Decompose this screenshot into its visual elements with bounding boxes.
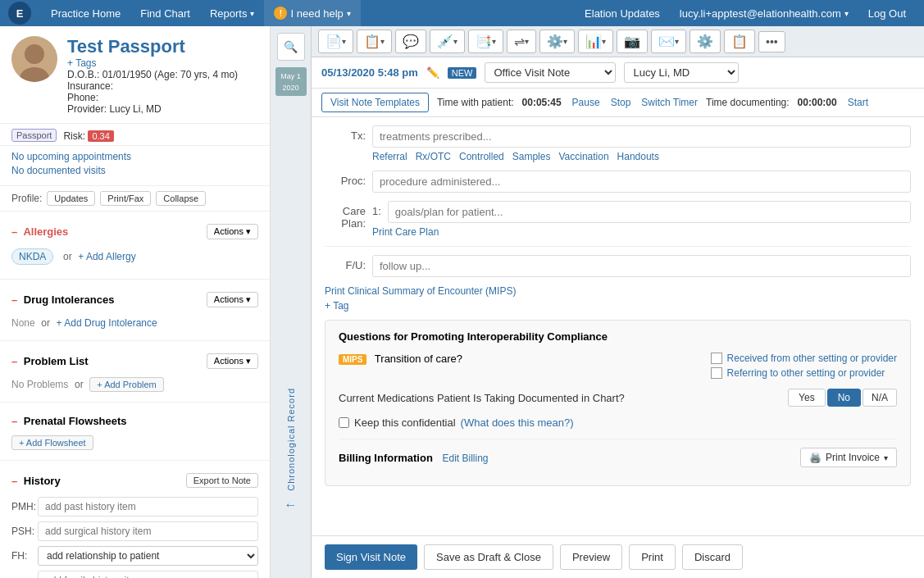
passport-badge[interactable]: Passport	[11, 129, 57, 142]
drug-intolerances-title-row: – Drug Intolerances	[11, 294, 114, 306]
tx-row: Tx: Referral Rx/OTC Controlled Samples V…	[325, 125, 911, 162]
patient-tags-link[interactable]: + Tags	[67, 57, 258, 69]
chronological-record-arrow[interactable]: ←	[284, 498, 298, 512]
drug-intolerances-actions-btn[interactable]: Actions ▾	[207, 292, 258, 307]
patient-name: Test Passport	[67, 36, 258, 57]
confidential-checkbox[interactable]	[339, 417, 349, 428]
toolbar-transfer-btn[interactable]: ⇌▾	[507, 30, 536, 53]
toolbar-more-btn[interactable]: •••	[758, 31, 785, 52]
nav-find-chart[interactable]: Find Chart	[130, 0, 200, 26]
toolbar-chart-btn[interactable]: 📊▾	[578, 30, 613, 53]
tx-input[interactable]	[372, 125, 911, 148]
allergies-actions-btn[interactable]: Actions ▾	[207, 224, 258, 239]
mips-option1[interactable]: Received from other setting or provider	[711, 353, 897, 364]
add-allergy-link[interactable]: + Add Allergy	[78, 251, 135, 262]
time-documenting-label: Time documenting:	[706, 97, 790, 108]
fu-input[interactable]	[372, 255, 911, 277]
switch-timer-btn[interactable]: Switch Timer	[641, 97, 698, 108]
add-flowsheet-btn[interactable]: + Add Flowsheet	[11, 435, 93, 450]
toolbar-message-btn[interactable]: 💬	[395, 30, 426, 53]
history-section: – History Export to Note PMH: PSH:	[0, 461, 270, 578]
toolbar-list-btn[interactable]: 📋	[724, 30, 755, 53]
search-icon-btn[interactable]: 🔍	[277, 33, 305, 61]
toolbar-photo-btn[interactable]: 📷	[617, 30, 648, 53]
handouts-link[interactable]: Handouts	[617, 151, 659, 162]
fh-input[interactable]	[38, 571, 258, 578]
collapse-btn[interactable]: Collapse	[156, 191, 206, 206]
start-btn[interactable]: Start	[848, 97, 868, 108]
tx-label: Tx:	[325, 125, 366, 142]
sign-visit-note-btn[interactable]: Sign Visit Note	[325, 544, 417, 570]
toolbar-settings-btn[interactable]: ⚙️▾	[539, 30, 575, 53]
drug-intolerances-toggle[interactable]: –	[11, 294, 17, 306]
print-invoice-btn[interactable]: 🖨️ Print Invoice ▾	[800, 448, 897, 467]
problem-list-actions-btn[interactable]: Actions ▾	[207, 353, 258, 369]
save-draft-btn[interactable]: Save as Draft & Close	[424, 544, 553, 570]
no-appointments-link[interactable]: No upcoming appointments	[11, 151, 258, 162]
yes-btn[interactable]: Yes	[788, 389, 826, 407]
preview-btn[interactable]: Preview	[560, 544, 622, 570]
allergies-header: – Allergies Actions ▾	[11, 218, 258, 243]
proc-input[interactable]	[372, 171, 911, 193]
nav-help[interactable]: ! I need help ▾	[264, 0, 360, 26]
prenatal-toggle[interactable]: –	[11, 415, 17, 427]
nav-user-account[interactable]: lucy.li+apptest@elationhealth.com ▾	[670, 0, 858, 26]
nav-practice-home[interactable]: Practice Home	[41, 0, 130, 26]
month-block: May 1 2020	[275, 67, 307, 96]
print-fax-btn[interactable]: Print/Fax	[100, 191, 151, 206]
updates-btn[interactable]: Updates	[47, 191, 95, 206]
na-btn[interactable]: N/A	[863, 389, 897, 407]
print-btn[interactable]: Print	[629, 544, 676, 570]
controlled-link[interactable]: Controlled	[459, 151, 504, 162]
nav-logout[interactable]: Log Out	[858, 0, 916, 26]
tag-add-link[interactable]: + Tag	[325, 300, 911, 312]
toolbar-settings2-btn[interactable]: ⚙️	[690, 30, 721, 53]
export-to-note-btn[interactable]: Export to Note	[186, 473, 258, 488]
problem-list-toggle[interactable]: –	[11, 355, 17, 367]
provider-select[interactable]: Lucy Li, MD	[624, 62, 739, 83]
rx-otc-link[interactable]: Rx/OTC	[416, 151, 451, 162]
billing-info: Billing Information Edit Billing	[339, 452, 488, 464]
fh-relationship-select[interactable]: add relationship to patient	[38, 546, 258, 566]
nav-reports[interactable]: Reports ▾	[200, 0, 265, 26]
no-visits-link[interactable]: No documented visits	[11, 165, 258, 176]
psh-input[interactable]	[38, 521, 258, 541]
toolbar-new-document-btn[interactable]: 📄▾	[318, 30, 353, 53]
referral-link[interactable]: Referral	[372, 151, 407, 162]
fu-input-area	[372, 255, 911, 277]
care-plan-input[interactable]	[388, 201, 911, 223]
add-drug-intolerance-link[interactable]: + Add Drug Intolerance	[57, 317, 157, 329]
nav-right-section: Elation Updates lucy.li+apptest@elationh…	[575, 0, 916, 26]
history-toggle[interactable]: –	[11, 475, 17, 487]
toolbar-injection-btn[interactable]: 💉▾	[430, 30, 465, 53]
no-btn[interactable]: No	[827, 389, 861, 407]
visit-type-select[interactable]: Office Visit Note	[485, 62, 616, 83]
pause-btn[interactable]: Pause	[572, 97, 600, 108]
nkda-tag[interactable]: NKDA	[11, 248, 53, 265]
current-meds-text: Current Medications Patient Is Taking Do…	[339, 392, 625, 404]
mips-checkbox2[interactable]	[711, 367, 722, 379]
print-care-plan-link[interactable]: Print Care Plan	[372, 226, 911, 238]
mips-checkbox1[interactable]	[711, 353, 722, 364]
allergies-toggle[interactable]: –	[11, 225, 17, 238]
pmh-input[interactable]	[38, 497, 258, 517]
stop-btn[interactable]: Stop	[611, 97, 631, 108]
edit-datetime-icon[interactable]: ✏️	[426, 66, 439, 79]
toolbar-email-btn[interactable]: ✉️▾	[651, 30, 686, 53]
add-problem-btn[interactable]: + Add Problem	[89, 377, 163, 392]
nav-elation-updates[interactable]: Elation Updates	[575, 0, 670, 26]
clinical-summary-link[interactable]: Print Clinical Summary of Encounter (MIP…	[325, 285, 911, 297]
samples-link[interactable]: Samples	[512, 151, 551, 162]
time-documenting-value: 00:00:00	[798, 97, 837, 108]
vaccination-link[interactable]: Vaccination	[558, 151, 608, 162]
problem-list-content: No Problems or + Add Problem	[11, 373, 258, 395]
toolbar-document2-btn[interactable]: 📑▾	[468, 30, 503, 53]
mips-option2[interactable]: Referring to other setting or provider	[711, 367, 897, 379]
chronological-record-label[interactable]: Chronological Record	[286, 388, 296, 491]
edit-billing-link[interactable]: Edit Billing	[442, 453, 488, 464]
toolbar-document-btn[interactable]: 📋▾	[357, 30, 392, 53]
visit-note-templates-btn[interactable]: Visit Note Templates	[321, 93, 429, 112]
confidential-info-link[interactable]: (What does this mean?)	[461, 416, 574, 429]
fu-section: F/U: Print Clinical Summary of Encounter…	[325, 246, 911, 312]
discard-btn[interactable]: Discard	[682, 544, 743, 570]
